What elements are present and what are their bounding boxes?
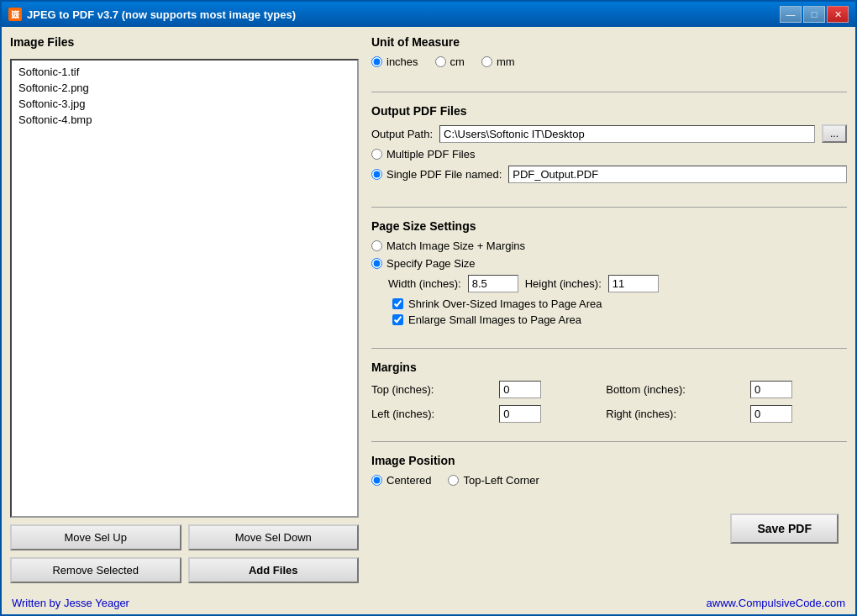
single-pdf-label: Single PDF File named: xyxy=(386,168,502,181)
top-margin-label: Top (inches): xyxy=(371,383,489,396)
top-margin-input[interactable] xyxy=(499,381,541,398)
radio-single-pdf-input[interactable] xyxy=(371,169,382,180)
file-list[interactable]: Softonic-1.tif Softonic-2.png Softonic-3… xyxy=(10,59,359,518)
enlarge-label: Enlarge Small Images to Page Area xyxy=(408,313,581,326)
output-pdf-section: Output PDF Files Output Path: ... Multip… xyxy=(371,104,847,188)
author-link[interactable]: Written by Jesse Yeager xyxy=(12,597,129,609)
browse-button[interactable]: ... xyxy=(822,124,847,143)
title-bar-controls: — □ ✕ xyxy=(780,6,849,23)
footer: Written by Jesse Yeager awww.CompulsiveC… xyxy=(2,592,855,614)
output-pdf-label: Output PDF Files xyxy=(371,104,847,118)
app-icon: 🖼 xyxy=(8,8,22,21)
radio-cm-label: cm xyxy=(450,55,465,68)
image-position-section: Image Position Centered Top-Left Corner xyxy=(371,454,847,492)
radio-match-image[interactable]: Match Image Size + Margins xyxy=(371,240,525,252)
page-size-section: Page Size Settings Match Image Size + Ma… xyxy=(371,219,847,329)
centered-label: Centered xyxy=(386,474,431,487)
radio-inches-input[interactable] xyxy=(371,56,382,67)
enlarge-row: Enlarge Small Images to Page Area xyxy=(392,313,847,326)
radio-centered-input[interactable] xyxy=(371,475,382,486)
specify-page-label: Specify Page Size xyxy=(386,257,476,270)
height-input[interactable] xyxy=(608,275,659,292)
radio-single-pdf[interactable]: Single PDF File named: xyxy=(371,168,502,181)
list-item[interactable]: Softonic-1.tif xyxy=(15,64,354,80)
radio-top-left[interactable]: Top-Left Corner xyxy=(448,474,539,487)
match-image-label: Match Image Size + Margins xyxy=(386,240,525,252)
top-left-label: Top-Left Corner xyxy=(463,474,539,487)
radio-centered[interactable]: Centered xyxy=(371,474,431,487)
left-panel: Image Files Softonic-1.tif Softonic-2.pn… xyxy=(10,35,359,583)
position-radio-row: Centered Top-Left Corner xyxy=(371,474,847,487)
divider-1 xyxy=(371,92,847,92)
single-pdf-name-input[interactable] xyxy=(508,166,847,183)
add-files-button[interactable]: Add Files xyxy=(188,557,360,583)
unit-of-measure-section: Unit of Measure inches cm mm xyxy=(371,35,847,73)
maximize-button[interactable]: □ xyxy=(803,6,825,23)
radio-specify-page[interactable]: Specify Page Size xyxy=(371,257,476,270)
list-item[interactable]: Softonic-4.bmp xyxy=(15,112,354,128)
image-position-label: Image Position xyxy=(371,454,847,467)
website-link[interactable]: awww.CompulsiveCode.com xyxy=(707,597,845,609)
close-button[interactable]: ✕ xyxy=(827,6,849,23)
save-row: Save PDF xyxy=(371,507,847,550)
add-remove-row: Remove Selected Add Files xyxy=(10,557,359,583)
bottom-margin-input[interactable] xyxy=(750,381,792,398)
output-path-input[interactable] xyxy=(439,125,815,143)
shrink-label: Shrink Over-Sized Images to Page Area xyxy=(408,297,602,310)
left-margin-input[interactable] xyxy=(499,405,541,423)
width-height-row: Width (inches): Height (inches): xyxy=(388,275,847,292)
margins-section: Margins Top (inches): Bottom (inches): L… xyxy=(371,361,847,423)
bottom-margin-label: Bottom (inches): xyxy=(606,383,740,396)
radio-inches[interactable]: inches xyxy=(371,55,418,68)
output-path-label: Output Path: xyxy=(371,128,433,140)
multiple-pdf-label: Multiple PDF Files xyxy=(386,148,475,161)
shrink-checkbox[interactable] xyxy=(392,298,403,309)
window-title: JPEG to PDF v3.7 (now supports most imag… xyxy=(27,8,296,21)
width-input[interactable] xyxy=(468,275,518,292)
main-window: 🖼 JPEG to PDF v3.7 (now supports most im… xyxy=(0,0,857,616)
unit-radio-row: inches cm mm xyxy=(371,55,847,68)
unit-of-measure-label: Unit of Measure xyxy=(371,35,847,49)
move-buttons-row: Move Sel Up Move Sel Down xyxy=(10,524,359,550)
save-pdf-button[interactable]: Save PDF xyxy=(730,513,839,544)
right-panel: Unit of Measure inches cm mm xyxy=(371,35,847,583)
divider-3 xyxy=(371,348,847,349)
multiple-pdf-row: Multiple PDF Files xyxy=(371,148,847,161)
radio-mm[interactable]: mm xyxy=(481,55,515,68)
radio-multiple-pdf-input[interactable] xyxy=(371,149,382,160)
radio-match-image-input[interactable] xyxy=(371,240,382,251)
radio-mm-label: mm xyxy=(497,55,515,68)
radio-cm-input[interactable] xyxy=(435,56,446,67)
remove-selected-button[interactable]: Remove Selected xyxy=(10,557,181,583)
match-image-row: Match Image Size + Margins xyxy=(371,240,847,252)
radio-specify-page-input[interactable] xyxy=(371,258,382,269)
divider-2 xyxy=(371,207,847,208)
shrink-row: Shrink Over-Sized Images to Page Area xyxy=(392,297,847,310)
width-label: Width (inches): xyxy=(388,277,461,290)
height-label: Height (inches): xyxy=(525,277,602,290)
image-files-label: Image Files xyxy=(10,35,359,49)
divider-4 xyxy=(371,441,847,442)
move-sel-up-button[interactable]: Move Sel Up xyxy=(10,524,181,550)
right-margin-input[interactable] xyxy=(750,405,792,423)
enlarge-checkbox[interactable] xyxy=(392,314,403,325)
single-pdf-row: Single PDF File named: xyxy=(371,166,847,183)
radio-multiple-pdf[interactable]: Multiple PDF Files xyxy=(371,148,475,161)
left-margin-label: Left (inches): xyxy=(371,408,489,420)
list-item[interactable]: Softonic-3.jpg xyxy=(15,96,354,112)
title-bar: 🖼 JPEG to PDF v3.7 (now supports most im… xyxy=(2,2,855,27)
radio-top-left-input[interactable] xyxy=(448,475,459,486)
page-size-label: Page Size Settings xyxy=(371,219,847,233)
move-sel-down-button[interactable]: Move Sel Down xyxy=(188,524,360,550)
radio-inches-label: inches xyxy=(386,55,418,68)
list-item[interactable]: Softonic-2.png xyxy=(15,80,354,96)
specify-page-row: Specify Page Size xyxy=(371,257,847,270)
margins-label: Margins xyxy=(371,361,847,374)
radio-mm-input[interactable] xyxy=(481,56,492,67)
main-content: Image Files Softonic-1.tif Softonic-2.pn… xyxy=(2,27,855,592)
margins-grid: Top (inches): Bottom (inches): Left (inc… xyxy=(371,381,847,423)
radio-cm[interactable]: cm xyxy=(435,55,465,68)
minimize-button[interactable]: — xyxy=(780,6,802,23)
right-margin-label: Right (inches): xyxy=(606,408,740,420)
output-path-row: Output Path: ... xyxy=(371,124,847,143)
